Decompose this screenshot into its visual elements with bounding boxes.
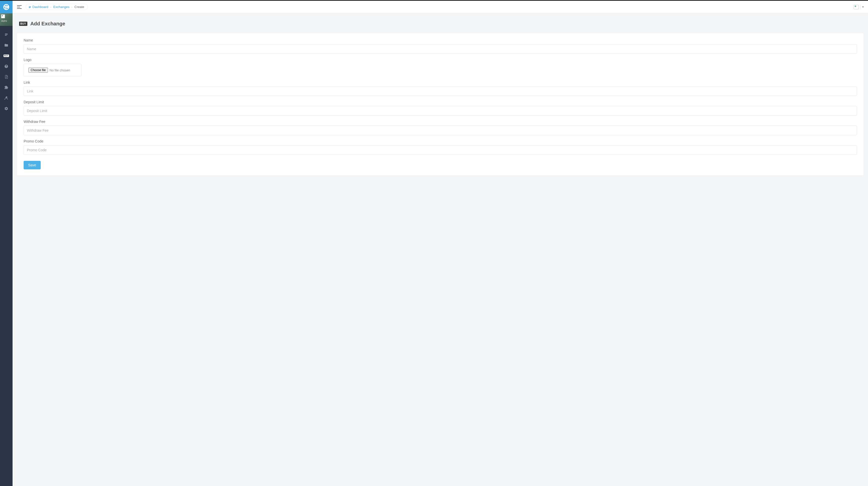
field-link: Link [24,81,857,96]
sidebar-item-tools[interactable] [0,93,12,103]
page-header: BUY Add Exchange [12,13,868,33]
label-logo: Logo [24,58,857,62]
sidebar-item-files[interactable] [0,40,12,51]
input-link[interactable] [24,86,857,96]
input-deposit-limit[interactable] [24,106,857,116]
file-upload-box: Choose file No file chosen [24,64,82,77]
sidebar-nav: BUY [0,26,12,114]
page-content: BUY Add Exchange Name Logo Choose file N… [12,13,868,486]
sidebar-item-plugins[interactable] [0,82,12,93]
sidebar-item-help[interactable] [0,61,12,71]
field-promo-code: Promo Code [24,139,857,155]
page-badge-icon: BUY [19,22,27,26]
form-card: Name Logo Choose file No file chosen Lin… [17,33,864,175]
sidebar-item-buy[interactable]: BUY [0,51,12,61]
hamburger-icon [17,5,22,9]
label-link: Link [24,81,857,85]
puzzle-icon [4,86,8,89]
chevron-right-icon: › [71,5,72,8]
input-withdraw-fee[interactable] [24,126,857,135]
brand-logo[interactable] [0,1,12,13]
buy-icon: BUY [3,55,9,57]
breadcrumb-current: Create [74,5,84,9]
folder-icon [4,43,8,47]
breadcrumb-dashboard[interactable]: Dashboard [32,5,49,9]
sidebar-item-docs[interactable] [0,71,12,82]
main-area: Dashboard › Exchanges › Create BUY Add E… [12,1,868,486]
gear-icon [4,107,8,111]
sidebar-item-dashboard[interactable] [0,29,12,40]
help-icon [4,64,8,68]
user-avatar-sidebar[interactable]: Admi [0,13,12,26]
label-withdraw-fee: Withdraw Fee [24,120,857,124]
field-withdraw-fee: Withdraw Fee [24,120,857,135]
user-avatar-icon [854,5,859,9]
divider [860,5,861,9]
file-status: No file chosen [50,68,70,72]
home-icon [28,5,31,8]
topbar: Dashboard › Exchanges › Create [12,1,868,13]
document-icon [4,75,8,79]
sidebar: Admi BUY [0,1,12,486]
chevron-down-icon [862,6,864,7]
save-button[interactable]: Save [24,161,41,170]
wheel-icon [3,3,10,10]
label-promo-code: Promo Code [24,139,857,143]
field-logo: Logo Choose file No file chosen [24,58,857,77]
avatar-label: Admi [1,20,7,22]
field-name: Name [24,38,857,54]
page-title: Add Exchange [30,21,65,27]
dashboard-icon [4,33,8,37]
label-deposit-limit: Deposit Limit [24,100,857,104]
choose-file-button[interactable]: Choose file [28,68,48,72]
menu-toggle[interactable] [16,3,23,11]
input-name[interactable] [24,44,857,54]
chevron-right-icon: › [51,5,52,8]
field-deposit-limit: Deposit Limit [24,100,857,116]
user-menu[interactable] [854,5,864,9]
tools-icon [4,96,8,100]
breadcrumb-exchanges[interactable]: Exchanges [53,5,69,9]
sidebar-item-settings[interactable] [0,103,12,114]
input-promo-code[interactable] [24,145,857,155]
breadcrumb: Dashboard › Exchanges › Create [26,4,88,10]
label-name: Name [24,38,857,42]
